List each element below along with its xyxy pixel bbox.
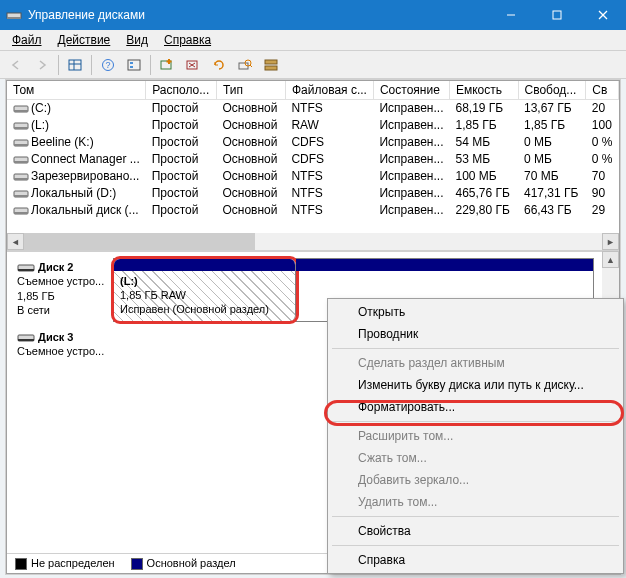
volume-table: Том Располо... Тип Файловая с... Состоян… bbox=[7, 81, 619, 251]
disk-2-info[interactable]: Диск 2 Съемное устро... 1,85 ГБ В сети bbox=[15, 258, 113, 322]
scroll-right-icon[interactable]: ► bbox=[602, 233, 619, 250]
maximize-button[interactable] bbox=[534, 0, 580, 30]
menu-help[interactable]: Справка bbox=[156, 31, 219, 49]
partition-header bbox=[296, 259, 593, 271]
col-pct[interactable]: Св bbox=[586, 81, 619, 100]
menu-bar: Файл Действие Вид Справка bbox=[0, 30, 626, 51]
disk-2-type: Съемное устро... bbox=[17, 275, 104, 287]
svg-rect-30 bbox=[14, 144, 28, 146]
svg-rect-11 bbox=[128, 60, 140, 70]
partition-l-status: Исправен (Основной раздел) bbox=[120, 303, 269, 315]
menu-action[interactable]: Действие bbox=[50, 31, 119, 49]
svg-rect-3 bbox=[553, 11, 561, 19]
svg-rect-12 bbox=[130, 62, 133, 64]
refresh-icon[interactable] bbox=[207, 54, 231, 76]
new-volume-icon[interactable] bbox=[155, 54, 179, 76]
table-row[interactable]: Локальный диск (...ПростойОсновнойNTFSИс… bbox=[7, 202, 619, 219]
options-icon[interactable] bbox=[122, 54, 146, 76]
ctx-sep bbox=[332, 348, 619, 349]
ctx-change-letter[interactable]: Изменить букву диска или путь к диску... bbox=[330, 374, 621, 396]
scroll-thumb[interactable] bbox=[24, 233, 255, 250]
volume-icon bbox=[13, 171, 29, 183]
table-row[interactable]: (L:)ПростойОсновнойRAWИсправен...1,85 ГБ… bbox=[7, 117, 619, 134]
svg-rect-6 bbox=[69, 60, 81, 70]
forward-button[interactable] bbox=[30, 54, 54, 76]
app-icon bbox=[6, 7, 22, 23]
close-button[interactable] bbox=[580, 0, 626, 30]
table-row[interactable]: Локальный (D:)ПростойОсновнойNTFSИсправе… bbox=[7, 185, 619, 202]
toolbar-sep bbox=[91, 55, 92, 75]
help-icon[interactable]: ? bbox=[96, 54, 120, 76]
disk-3-label: Диск 3 bbox=[38, 331, 73, 343]
legend-unallocated: Не распределен bbox=[15, 557, 115, 570]
ctx-help[interactable]: Справка bbox=[330, 549, 621, 571]
svg-rect-42 bbox=[18, 339, 34, 341]
disk-2-label: Диск 2 bbox=[38, 261, 73, 273]
volume-icon bbox=[13, 103, 29, 115]
table-row[interactable]: Connect Manager ...ПростойОсновнойCDFSИс… bbox=[7, 151, 619, 168]
context-menu: Открыть Проводник Сделать раздел активны… bbox=[327, 298, 624, 574]
scroll-up-icon[interactable]: ▲ bbox=[602, 251, 619, 268]
svg-rect-26 bbox=[14, 110, 28, 112]
volume-icon bbox=[13, 205, 29, 217]
svg-rect-13 bbox=[130, 66, 133, 68]
toolbar-sep bbox=[150, 55, 151, 75]
table-row[interactable]: Зарезервировано...ПростойОсновнойNTFSИсп… bbox=[7, 168, 619, 185]
svg-line-22 bbox=[250, 65, 252, 67]
removable-disk-icon bbox=[17, 332, 35, 344]
disk-3-info[interactable]: Диск 3 Съемное устро... bbox=[15, 328, 113, 362]
menu-file[interactable]: Файл bbox=[4, 31, 50, 49]
col-fs[interactable]: Файловая с... bbox=[285, 81, 373, 100]
partition-header bbox=[114, 259, 295, 271]
svg-rect-23 bbox=[265, 60, 277, 64]
svg-text:?: ? bbox=[105, 60, 110, 70]
svg-rect-36 bbox=[14, 195, 28, 197]
partition-l[interactable]: (L:) 1,85 ГБ RAW Исправен (Основной разд… bbox=[114, 259, 296, 321]
ctx-explorer[interactable]: Проводник bbox=[330, 323, 621, 345]
window-title: Управление дисками bbox=[28, 8, 488, 22]
volume-icon bbox=[13, 188, 29, 200]
col-status[interactable]: Состояние bbox=[373, 81, 449, 100]
col-volume[interactable]: Том bbox=[7, 81, 146, 100]
scroll-track[interactable] bbox=[24, 233, 602, 250]
scroll-left-icon[interactable]: ◄ bbox=[7, 233, 24, 250]
ctx-props[interactable]: Свойства bbox=[330, 520, 621, 542]
disk-list-icon[interactable] bbox=[259, 54, 283, 76]
swatch-navy bbox=[131, 558, 143, 570]
back-button[interactable] bbox=[4, 54, 28, 76]
col-free[interactable]: Свобод... bbox=[518, 81, 586, 100]
horizontal-scrollbar[interactable]: ◄ ► bbox=[7, 233, 619, 250]
table-header[interactable]: Том Располо... Тип Файловая с... Состоян… bbox=[7, 81, 619, 100]
ctx-format[interactable]: Форматировать... bbox=[330, 396, 621, 418]
volume-icon bbox=[13, 137, 29, 149]
removable-disk-icon bbox=[17, 262, 35, 274]
ctx-open[interactable]: Открыть bbox=[330, 301, 621, 323]
disk-2-size: 1,85 ГБ bbox=[17, 290, 55, 302]
swatch-black bbox=[15, 558, 27, 570]
rescan-icon[interactable] bbox=[233, 54, 257, 76]
minimize-button[interactable] bbox=[488, 0, 534, 30]
table-view-icon[interactable] bbox=[63, 54, 87, 76]
svg-rect-38 bbox=[14, 212, 28, 214]
ctx-mirror: Добавить зеркало... bbox=[330, 469, 621, 491]
legend-primary: Основной раздел bbox=[131, 557, 236, 570]
table-row[interactable]: (C:)ПростойОсновнойNTFSИсправен...68,19 … bbox=[7, 100, 619, 117]
ctx-extend: Расширить том... bbox=[330, 425, 621, 447]
ctx-sep bbox=[332, 421, 619, 422]
col-capacity[interactable]: Емкость bbox=[449, 81, 518, 100]
delete-volume-icon[interactable] bbox=[181, 54, 205, 76]
table-row[interactable]: Beeline (K:)ПростойОсновнойCDFSИсправен.… bbox=[7, 134, 619, 151]
ctx-sep bbox=[332, 516, 619, 517]
volume-icon bbox=[13, 120, 29, 132]
ctx-shrink: Сжать том... bbox=[330, 447, 621, 469]
col-type[interactable]: Тип bbox=[216, 81, 285, 100]
disk-3-type: Съемное устро... bbox=[17, 345, 104, 357]
disk-2-state: В сети bbox=[17, 304, 50, 316]
menu-view[interactable]: Вид bbox=[118, 31, 156, 49]
partition-l-name: (L:) bbox=[120, 275, 138, 287]
volume-icon bbox=[13, 154, 29, 166]
col-layout[interactable]: Располо... bbox=[146, 81, 217, 100]
partition-l-size: 1,85 ГБ RAW bbox=[120, 289, 186, 301]
toolbar-sep bbox=[58, 55, 59, 75]
svg-rect-40 bbox=[18, 269, 34, 271]
